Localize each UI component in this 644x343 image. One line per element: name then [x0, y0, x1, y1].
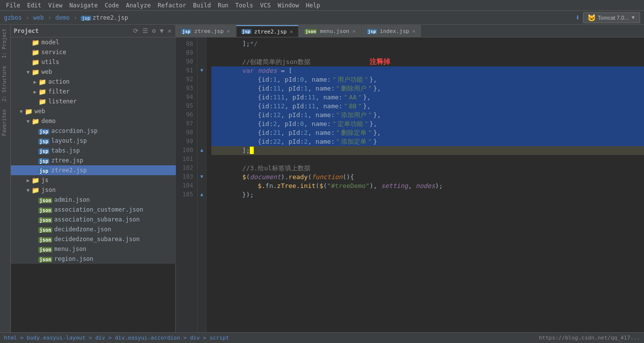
gutter-96 [199, 110, 205, 119]
jsp-file-icon: jsp [38, 157, 49, 164]
panel-settings-btn[interactable]: ⚙ [151, 27, 157, 34]
code-line-105: }); [211, 190, 644, 199]
menu-item-edit[interactable]: Edit [24, 1, 44, 10]
tree-item-association_subarea-json[interactable]: jsonassociation_subarea.json [11, 215, 178, 224]
tree-item-tabs-jsp[interactable]: jsptabs.jsp [11, 146, 178, 156]
code-line-90: //创建简单的json数据注释掉 [211, 57, 644, 66]
tab-close-btn[interactable]: × [352, 28, 356, 34]
gutter-105[interactable]: ▲ [199, 190, 205, 199]
menu-item-window[interactable]: Window [274, 1, 302, 10]
tab-indexjsp[interactable]: jspindex.jsp× [362, 25, 421, 37]
tomcat-dropdown-icon: ▼ [631, 15, 636, 20]
sidebar-label-favorites[interactable]: Favorites [0, 105, 10, 140]
tree-item-web[interactable]: ▼📁web [11, 67, 178, 77]
tomcat-button[interactable]: 🐱 Tomcat 7.0... ▼ [583, 12, 640, 23]
json-file-icon: json [38, 246, 52, 253]
tab-icon: jsp [367, 29, 377, 34]
folder-icon: 📁 [38, 98, 46, 105]
line-numbers: 8889909192939495969798991001011021031041… [176, 37, 198, 332]
left-vertical-labels: 1: Project 2: Structure Favorites [0, 25, 11, 332]
tree-item-web[interactable]: ▼📁web [11, 106, 178, 116]
menu-item-refactor[interactable]: Refactor [155, 1, 189, 10]
tree-item-ztree-jsp[interactable]: jspztree.jsp [11, 156, 178, 165]
json-file-icon: json [38, 196, 52, 204]
panel-sync-btn[interactable]: ⟳ [132, 27, 139, 34]
code-line-99: {id:22, pId:2, name:＂添加定单＂} [211, 137, 644, 146]
tree-item-label: listener [48, 98, 77, 105]
toolbar-right: ⬇ 🐱 Tomcat 7.0... ▼ [575, 12, 640, 23]
line-number-99: 99 [180, 137, 193, 146]
sidebar-label-structure[interactable]: 2: Structure [0, 62, 10, 105]
tab-ztreejsp[interactable]: jspztree.jsp× [176, 25, 236, 37]
gutter-97 [199, 119, 205, 128]
tree-item-label: association_customer.json [54, 206, 143, 213]
code-line-98: {id:21, pId:2, name:＂删除定单＂}, [211, 128, 644, 137]
panel-collapse-btn[interactable]: ☰ [141, 27, 149, 34]
tab-icon: jsp [181, 29, 191, 34]
menu-item-tools[interactable]: Tools [233, 1, 256, 10]
menu-item-build[interactable]: Build [190, 1, 214, 10]
panel-gear-btn[interactable]: ▼ [159, 27, 165, 34]
code-line-101 [211, 155, 644, 164]
code-editor[interactable]: 8889909192939495969798991001011021031041… [176, 37, 644, 332]
gutter-99 [199, 137, 205, 146]
code-line-102: //3.给ul标签填上数据 [211, 164, 644, 173]
menu-item-analyze[interactable]: Analyze [123, 1, 154, 10]
tab-close-btn[interactable]: × [290, 29, 293, 35]
tree-item-label: action [48, 78, 69, 85]
tree-item-decidedzone-json[interactable]: jsondecidedzone.json [11, 224, 178, 234]
menu-item-navigate[interactable]: Navigate [67, 1, 101, 10]
menu-item-run[interactable]: Run [215, 1, 232, 10]
menu-item-vcs[interactable]: VCS [257, 1, 274, 10]
tree-item-model[interactable]: 📁model [11, 37, 178, 47]
tree-arrow: ▶ [32, 89, 38, 94]
tree-item-label: web [41, 68, 52, 75]
tab-menujson[interactable]: jsonmenu.json× [299, 25, 361, 37]
code-content[interactable]: ];*/ //创建简单的json数据注释掉 var nodes = [ {id:… [206, 37, 644, 332]
tree-item-admin-json[interactable]: jsonadmin.json [11, 195, 178, 205]
json-file-icon: json [38, 216, 52, 223]
folder-icon: 📁 [32, 118, 39, 125]
tree-item-demo[interactable]: ▼📁demo [11, 116, 178, 126]
breadcrumb-web[interactable]: web [33, 14, 44, 21]
breadcrumb-gzbos[interactable]: gzbos [4, 14, 22, 21]
tree-item-association_customer-json[interactable]: jsonassociation_customer.json [11, 205, 178, 215]
menu-item-help[interactable]: Help [303, 1, 323, 10]
tab-close-btn[interactable]: × [227, 28, 230, 34]
gutter-94 [199, 93, 205, 101]
tree-item-label: model [41, 39, 59, 46]
menu-items: FileEditViewNavigateCodeAnalyzeRefactorB… [3, 1, 323, 10]
tree-item-utils[interactable]: 📁utils [11, 57, 178, 67]
tree-item-label: filter [48, 88, 69, 95]
gutter-103[interactable]: ▼ [199, 172, 205, 181]
panel-close-btn[interactable]: ✕ [167, 27, 172, 34]
sidebar-label-project[interactable]: 1: Project [0, 25, 10, 62]
tree-arrow: ▼ [25, 119, 32, 124]
tree-item-listener[interactable]: 📁listener [11, 96, 178, 106]
tree-item-label: utils [41, 59, 59, 65]
gutter-91[interactable]: ▼ [199, 66, 205, 75]
menu-item-view[interactable]: View [45, 1, 66, 10]
menu-item-code[interactable]: Code [102, 1, 122, 10]
tree-item-js[interactable]: ▶📁js [11, 175, 178, 185]
code-line-104: $.fn.zTree.init($("#treeDemo"), setting,… [211, 182, 644, 190]
tree-item-accordion-jsp[interactable]: jspaccordion.jsp [11, 126, 178, 136]
tab-close-btn[interactable]: × [412, 28, 415, 34]
tree-item-region-json[interactable]: jsonregion.json [11, 254, 178, 264]
tree-item-service[interactable]: 📁service [11, 47, 178, 57]
breadcrumb-demo[interactable]: demo [55, 14, 69, 21]
tree-item-ztree2-jsp[interactable]: jspztree2.jsp [11, 165, 178, 175]
tree-item-filter[interactable]: ▶📁filter [11, 87, 178, 96]
tree-item-decidedzone_subarea-json[interactable]: jsondecidedzone_subarea.json [11, 234, 178, 244]
tree-item-layout-jsp[interactable]: jsplayout.jsp [11, 136, 178, 146]
tab-ztree2jsp[interactable]: jspztree2.jsp× [236, 25, 299, 37]
tree-item-menu-json[interactable]: jsonmenu.json [11, 244, 178, 254]
tree-item-json[interactable]: ▼📁json [11, 185, 178, 195]
annotation-zhushidiao: 注释掉 [370, 58, 390, 65]
tree-item-action[interactable]: ▶📁action [11, 77, 178, 87]
line-number-96: 96 [180, 110, 193, 119]
gutter-100[interactable]: ▲ [199, 146, 205, 155]
folder-icon: 📁 [32, 49, 39, 56]
menu-item-file[interactable]: File [3, 1, 23, 10]
code-line-100: ]; [211, 146, 644, 155]
